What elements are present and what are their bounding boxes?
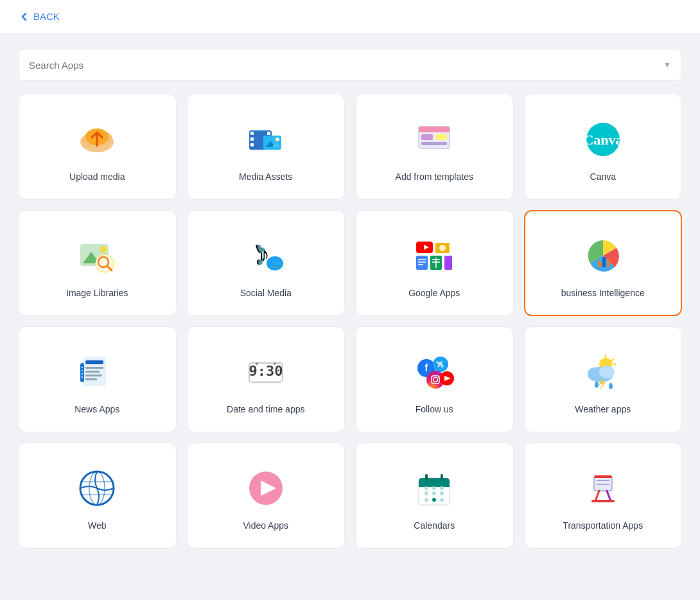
upload-media-icon: [74, 116, 120, 163]
svg-line-108: [607, 491, 611, 501]
news-apps-icon: [74, 349, 120, 395]
svg-rect-49: [602, 257, 606, 267]
image-libraries-icon: [74, 233, 120, 279]
svg-rect-53: [85, 367, 103, 369]
app-card-google-apps[interactable]: Google Apps: [355, 210, 514, 316]
canva-icon: Canva: [580, 116, 626, 163]
svg-point-79: [588, 367, 600, 379]
app-card-weather-apps[interactable]: Weather apps: [524, 326, 683, 432]
transportation-apps-icon: [580, 465, 626, 511]
svg-point-101: [424, 486, 428, 490]
svg-point-97: [440, 491, 444, 495]
svg-point-27: [100, 246, 107, 252]
back-label: BACK: [33, 11, 60, 22]
app-card-canva[interactable]: Canva Canva: [524, 94, 683, 200]
svg-rect-36: [416, 256, 428, 270]
business-intelligence-icon: [580, 233, 626, 279]
svg-rect-110: [594, 475, 612, 478]
app-card-transportation-apps[interactable]: Transportation Apps: [524, 443, 683, 549]
svg-point-102: [432, 486, 436, 490]
svg-rect-12: [263, 136, 281, 150]
svg-text:𝕏: 𝕏: [437, 360, 444, 369]
svg-point-98: [424, 498, 428, 502]
svg-point-103: [440, 486, 444, 490]
svg-point-100: [440, 498, 444, 502]
svg-rect-62: [256, 362, 258, 365]
svg-rect-109: [591, 500, 615, 502]
svg-rect-55: [85, 375, 102, 376]
video-apps-icon: [243, 465, 289, 511]
svg-point-71: [438, 376, 439, 378]
svg-point-80: [599, 366, 615, 378]
app-card-upload-media[interactable]: Upload media: [18, 94, 177, 200]
svg-point-15: [276, 137, 279, 141]
app-label: Upload media: [69, 172, 125, 182]
app-card-news-apps[interactable]: News Apps: [18, 326, 177, 432]
svg-rect-63: [274, 362, 276, 365]
app-label: Transportation Apps: [563, 520, 643, 531]
app-label: Canva: [590, 172, 616, 182]
date-time-apps-icon: 9:30: [243, 349, 289, 395]
app-card-calendars[interactable]: Calendars: [355, 443, 514, 549]
svg-rect-94: [441, 474, 443, 481]
svg-rect-52: [85, 360, 103, 364]
app-label: Weather apps: [575, 404, 631, 414]
svg-rect-19: [421, 134, 433, 140]
svg-text:f: f: [425, 362, 429, 373]
svg-point-45: [439, 245, 446, 251]
apps-grid: Upload media: [18, 94, 682, 549]
dropdown-arrow-icon: ▼: [663, 60, 671, 69]
app-card-social-media[interactable]: ♪ 🐦 Social Media: [187, 210, 346, 316]
app-label: Follow us: [416, 404, 453, 414]
svg-point-99: [432, 498, 436, 502]
svg-line-76: [611, 359, 613, 361]
svg-text:Canva: Canva: [583, 132, 622, 148]
svg-rect-21: [435, 134, 447, 140]
svg-rect-93: [425, 474, 428, 481]
app-card-business-intelligence[interactable]: business Intelligence: [524, 210, 683, 316]
svg-point-95: [424, 491, 428, 495]
app-label: News Apps: [74, 404, 119, 414]
svg-rect-6: [250, 132, 254, 135]
add-from-templates-icon: [411, 116, 457, 163]
search-bar: ▼: [18, 49, 682, 81]
search-input[interactable]: [29, 60, 663, 71]
app-card-video-apps[interactable]: Video Apps: [187, 443, 346, 549]
app-card-follow-us[interactable]: f 𝕏: [355, 326, 514, 432]
follow-us-icon: f 𝕏: [411, 349, 457, 395]
svg-rect-46: [444, 256, 452, 270]
top-bar: BACK: [0, 0, 700, 33]
svg-rect-20: [421, 142, 447, 145]
svg-text:9:30: 9:30: [249, 363, 283, 379]
svg-point-82: [595, 382, 599, 388]
app-card-add-from-templates[interactable]: Add from templates: [355, 94, 514, 200]
app-label: Media Assets: [239, 172, 292, 182]
app-label: Calendars: [414, 520, 455, 531]
svg-rect-18: [419, 130, 450, 132]
main-content: ▼ Upload media: [0, 33, 700, 564]
web-icon: [74, 465, 120, 511]
social-media-icon: ♪ 🐦: [243, 233, 289, 279]
app-label: Date and time apps: [227, 404, 304, 414]
svg-point-96: [432, 491, 436, 495]
svg-point-83: [609, 383, 613, 389]
app-label: Video Apps: [243, 520, 288, 531]
app-label: Add from templates: [396, 172, 473, 182]
app-card-image-libraries[interactable]: Image Libraries: [18, 210, 177, 316]
google-apps-icon: [411, 233, 457, 279]
back-chevron-icon: [19, 12, 30, 22]
svg-rect-57: [80, 363, 84, 382]
svg-rect-9: [267, 132, 270, 135]
app-card-media-assets[interactable]: Media Assets: [187, 94, 346, 200]
app-card-web[interactable]: Web: [18, 443, 177, 549]
svg-rect-54: [85, 371, 100, 373]
calendars-icon: [411, 465, 457, 511]
svg-line-107: [595, 491, 599, 501]
back-button[interactable]: BACK: [13, 7, 66, 26]
app-label: Google Apps: [408, 288, 460, 298]
weather-apps-icon: [580, 349, 626, 395]
app-label: business Intelligence: [561, 288, 645, 298]
svg-rect-8: [250, 143, 254, 146]
app-label: Social Media: [240, 288, 292, 298]
app-card-date-time-apps[interactable]: 9:30 Date and time apps: [187, 326, 346, 432]
